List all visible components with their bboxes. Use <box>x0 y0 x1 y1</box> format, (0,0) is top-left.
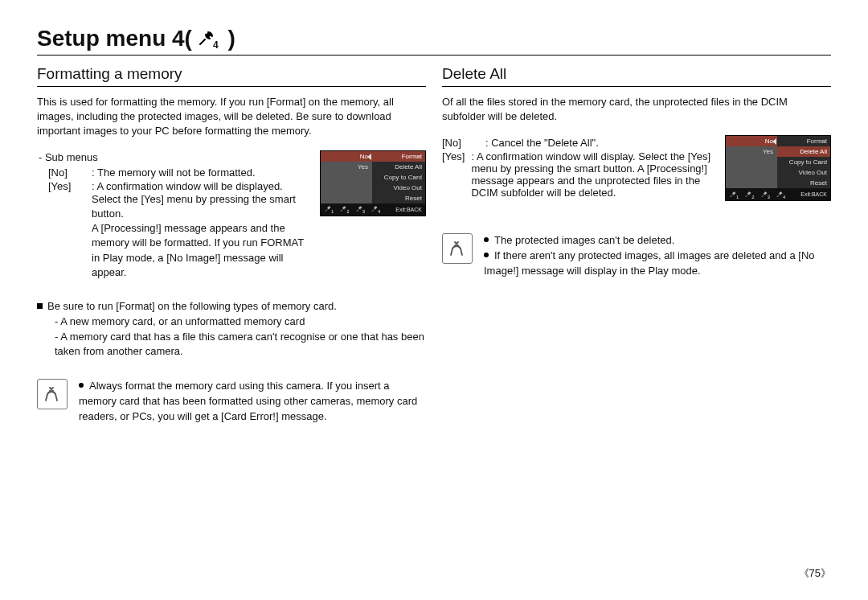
bracket-left-icon: 《 <box>799 567 809 579</box>
format-type-a: - A new memory card, or an unformatted m… <box>55 314 426 330</box>
submenu-text: [No] : Cancel the "Delete All". [Yes] : … <box>442 135 714 199</box>
note-item: If there aren't any protected images, al… <box>484 249 831 279</box>
submenu-no-row: [No] : The memory will not be formatted. <box>37 166 309 179</box>
camera-screen-right: NoFormatYesDelete AllCopy to CardVideo O… <box>725 135 831 201</box>
section-rule <box>442 86 831 87</box>
submenu-no-label: [No] <box>442 137 479 149</box>
submenu-block: [No] : Cancel the "Delete All". [Yes] : … <box>442 135 831 201</box>
submenu-yes-label: [Yes] <box>48 180 85 192</box>
format-types-head-text: Be sure to run [Format] on the following… <box>47 300 337 312</box>
submenu-no-row: [No] : Cancel the "Delete All". <box>442 137 714 149</box>
note-icon <box>442 233 473 264</box>
page-title-close: ) <box>228 26 235 51</box>
square-bullet-icon <box>37 303 43 309</box>
format-types-head: Be sure to run [Format] on the following… <box>37 299 426 314</box>
submenu-block: - Sub menus [No] : The memory will not b… <box>37 150 426 280</box>
col-left: Formatting a memory This is used for for… <box>37 65 426 425</box>
note-item: The protected images can't be deleted. <box>484 233 831 249</box>
section-intro: Of all the files stored in the memory ca… <box>442 95 831 124</box>
section-heading: Delete All <box>442 65 831 83</box>
section-rule <box>37 86 426 87</box>
note-item: Always format the memory card using this… <box>79 379 426 425</box>
two-columns: Formatting a memory This is used for for… <box>37 65 831 425</box>
page-number: 《75》 <box>799 566 831 581</box>
title-rule <box>37 55 831 55</box>
note-row-right: The protected images can't be deleted. I… <box>442 233 831 279</box>
submenu-yes-more1: Select the [Yes] menu by pressing the sm… <box>92 192 309 221</box>
submenu-no-text: : Cancel the "Delete All". <box>485 137 599 149</box>
submenu-yes-label: [Yes] <box>442 150 465 199</box>
submenu-yes-text: : A confirmation window will be displaye… <box>92 180 283 192</box>
submenu-yes-more2: A [Processing!] message appears and the … <box>92 221 309 280</box>
col-right: Delete All Of all the files stored in th… <box>442 65 831 425</box>
note-list: The protected images can't be deleted. I… <box>484 233 831 279</box>
page-number-value: 75 <box>809 567 821 579</box>
manual-page: Setup menu 4( 4 ) Formatting a memory Th… <box>0 0 868 600</box>
page-title-text: Setup menu 4( <box>37 26 192 51</box>
note-list: Always format the memory card using this… <box>79 379 426 425</box>
bracket-right-icon: 》 <box>821 567 831 579</box>
format-types-block: Be sure to run [Format] on the following… <box>37 299 426 360</box>
page-title: Setup menu 4( 4 ) <box>37 26 831 51</box>
submenu-yes-text: : A confirmation window will display. Se… <box>471 150 714 199</box>
submenu-no-text: : The memory will not be formatted. <box>92 166 256 179</box>
submenu-text: - Sub menus [No] : The memory will not b… <box>37 150 309 280</box>
wrench-subscript: 4 <box>213 39 219 51</box>
note-row-left: Always format the memory card using this… <box>37 379 426 425</box>
submenus-label: - Sub menus <box>39 150 309 165</box>
camera-screen-left: NoFormatYesDelete AllCopy to CardVideo O… <box>320 150 426 216</box>
note-icon <box>37 379 68 409</box>
section-heading: Formatting a memory <box>37 65 426 83</box>
submenu-yes-row: [Yes] : A confirmation window will displ… <box>442 150 714 199</box>
wrench-icon: 4 <box>197 29 223 48</box>
section-intro: This is used for formatting the memory. … <box>37 95 426 139</box>
submenu-no-label: [No] <box>48 166 85 179</box>
format-type-b: - A memory card that has a file this cam… <box>55 330 426 360</box>
submenu-yes-row: [Yes] : A confirmation window will be di… <box>37 180 309 192</box>
